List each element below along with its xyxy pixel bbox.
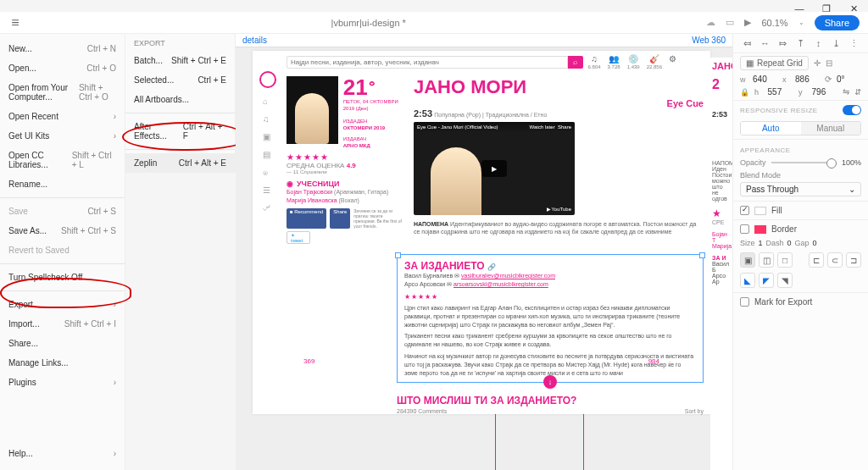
menu-save[interactable]: SaveCtrl + S <box>0 202 125 221</box>
align-left-icon[interactable]: ⤆ <box>742 37 754 49</box>
metric-item: 🎸22,856 <box>647 54 662 69</box>
stroke-align-out-icon[interactable]: □ <box>777 252 793 268</box>
menu-export[interactable]: Export› <box>0 295 125 314</box>
menu-import-[interactable]: Import...Shift + Ctrl + I <box>0 314 125 334</box>
menu-plugins[interactable]: Plugins› <box>0 373 125 392</box>
fill-check[interactable] <box>740 206 749 215</box>
resize-mode-segment[interactable]: AutoManual <box>740 121 861 135</box>
prop-y[interactable]: 796 <box>812 87 837 97</box>
menu-new-[interactable]: New...Ctrl + N <box>0 39 125 58</box>
sort-by[interactable]: Sort by <box>685 408 704 414</box>
more-align-icon[interactable]: ⋮ <box>849 37 860 49</box>
tab-details[interactable]: details <box>242 36 267 45</box>
stroke-align-mid-icon[interactable]: ◫ <box>759 252 774 268</box>
subtract-icon[interactable]: ⊟ <box>826 58 832 68</box>
join-bevel-icon[interactable]: ◥ <box>777 273 793 288</box>
menu-save-as-[interactable]: Save As...Shift + Ctrl + S <box>0 221 125 241</box>
menu-manage-links-[interactable]: Manage Links... <box>0 353 125 373</box>
search-button[interactable]: ⌕ <box>568 56 583 69</box>
design-canvas[interactable]: details ⌂ ♫ ▣ ▤ ⍟ ☰ ⍻ ⌕ ♫6.804👥3.728💿1,4… <box>236 34 732 470</box>
menu-open-recent[interactable]: Open Recent› <box>0 107 125 126</box>
menu-open-cc-libraries-[interactable]: Open CC Libraries...Shift + Ctrl + L <box>0 146 125 174</box>
mark-export-check[interactable] <box>740 297 749 307</box>
lock-aspect-icon[interactable]: 🔒 <box>740 88 749 97</box>
play-prototype-icon[interactable]: ▶ <box>744 17 751 28</box>
menu-open-[interactable]: Open...Ctrl + O <box>0 58 125 78</box>
nav-music-icon[interactable]: ♫ <box>263 114 271 124</box>
align-center-v-icon[interactable]: ↕ <box>813 37 825 49</box>
cloud-sync-icon[interactable]: ☁ <box>706 17 715 28</box>
fb-recommend-button[interactable]: ■ Recommend <box>287 208 326 229</box>
align-center-h-icon[interactable]: ↔ <box>760 37 771 49</box>
fill-swatch[interactable] <box>754 207 766 215</box>
cap-butt-icon[interactable]: ⊏ <box>809 252 824 268</box>
rating-stars: ★★★★★ <box>287 152 405 162</box>
nav-bookmark-icon[interactable]: ⍟ <box>263 168 271 177</box>
stroke-align-in-icon[interactable]: ▣ <box>740 252 755 268</box>
artboard-main[interactable]: ⌂ ♫ ▣ ▤ ⍟ ☰ ⍻ ⌕ ♫6.804👥3.728💿1,439🎸22,85… <box>253 51 710 414</box>
export-selected-[interactable]: Selected...Ctrl + E <box>125 70 235 90</box>
menu-share-[interactable]: Share... <box>0 334 125 353</box>
align-bottom-icon[interactable]: ⤓ <box>831 37 843 49</box>
responsive-toggle[interactable] <box>843 105 861 115</box>
export-after-effects-[interactable]: After Effects...Ctrl + Alt + F <box>125 117 235 146</box>
menu-rename-[interactable]: Rename... <box>0 174 125 194</box>
duration: 2:53 <box>414 108 432 119</box>
add-icon[interactable]: ✛ <box>814 58 821 68</box>
repeat-grid-button[interactable]: ▦ Repeat Grid <box>740 56 809 70</box>
blend-mode-select[interactable]: Pass Through⌄ <box>740 182 861 196</box>
menu-turn-spellcheck-off[interactable]: Turn Spellcheck Off <box>0 268 125 287</box>
opacity-value[interactable]: 100% <box>842 158 861 167</box>
border-dash[interactable]: 0 <box>787 239 792 247</box>
zoom-chevron-icon[interactable]: ⌄ <box>798 19 804 26</box>
cap-square-icon[interactable]: ⊐ <box>846 252 861 268</box>
prop-width[interactable]: 640 <box>753 75 777 84</box>
device-preview-icon[interactable]: ▭ <box>726 17 734 28</box>
artist-name: Eye Cue <box>414 98 704 108</box>
prop-height[interactable]: 557 <box>768 87 793 97</box>
nav-share-icon[interactable]: ⍻ <box>263 203 271 213</box>
nav-doc-icon[interactable]: ▤ <box>263 150 271 159</box>
border-check[interactable] <box>740 224 749 234</box>
youtube-logo-icon: ▶YouTube <box>547 206 571 212</box>
zoom-value[interactable]: 60.1% <box>761 18 787 28</box>
artboard-peek: JAHO 2 2:53 НАПОМЕНА Иден Постои можно ш… <box>710 58 732 470</box>
join-miter-icon[interactable]: ◣ <box>740 273 755 288</box>
rotate-icon[interactable]: ⟳ <box>825 75 832 84</box>
flip-h-icon[interactable]: ⇋ <box>843 87 849 97</box>
play-icon[interactable]: ▶ <box>481 160 507 177</box>
share-button[interactable]: Share <box>815 15 860 30</box>
border-swatch[interactable] <box>754 225 766 234</box>
cap-round-icon[interactable]: ⊂ <box>827 252 843 268</box>
temp-number: 21 <box>343 75 368 100</box>
nav-folder-icon[interactable]: ▣ <box>263 132 271 141</box>
youtube-embed[interactable]: Eye Cue - Jano Mori (Official Video) Wat… <box>414 122 575 215</box>
ruler-left: 369 <box>303 357 314 365</box>
hamburger-icon[interactable]: ≡ <box>0 15 31 30</box>
align-top-icon[interactable]: ⤒ <box>795 37 807 49</box>
border-label: Border <box>771 224 797 234</box>
nav-user-icon[interactable]: ☰ <box>263 185 271 195</box>
flip-v-icon[interactable]: ⇵ <box>854 87 861 97</box>
tab-web360[interactable]: Web 360 <box>687 34 731 47</box>
download-icon[interactable]: ↓ <box>543 375 557 389</box>
nav-home-icon[interactable]: ⌂ <box>263 97 271 106</box>
menu-revert-to-saved[interactable]: Revert to Saved <box>0 241 125 260</box>
prop-x[interactable]: 886 <box>795 75 820 84</box>
fb-share-button[interactable]: Share <box>330 208 350 229</box>
opacity-slider[interactable] <box>771 162 837 163</box>
export-zeplin[interactable]: ZeplinCtrl + Alt + E <box>125 153 235 173</box>
align-right-icon[interactable]: ⤇ <box>777 37 789 49</box>
export-all-artboards-[interactable]: All Artboards... <box>125 90 235 109</box>
tweet-button[interactable]: ✦ tweet <box>287 231 310 244</box>
metric-item: ⚙ <box>669 54 676 69</box>
join-round-icon[interactable]: ◤ <box>759 273 774 288</box>
menu-open-from-your-computer-[interactable]: Open from Your Computer...Shift + Ctrl +… <box>0 78 125 107</box>
border-size[interactable]: 1 <box>759 239 763 247</box>
menu-help[interactable]: Help...› <box>0 444 125 463</box>
menu-get-ui-kits[interactable]: Get UI Kits› <box>0 126 125 146</box>
search-bar: ⌕ <box>287 56 583 69</box>
export-batch-[interactable]: Batch...Shift + Ctrl + E <box>125 51 235 70</box>
search-input[interactable] <box>287 56 568 69</box>
border-gap[interactable]: 0 <box>813 239 817 247</box>
